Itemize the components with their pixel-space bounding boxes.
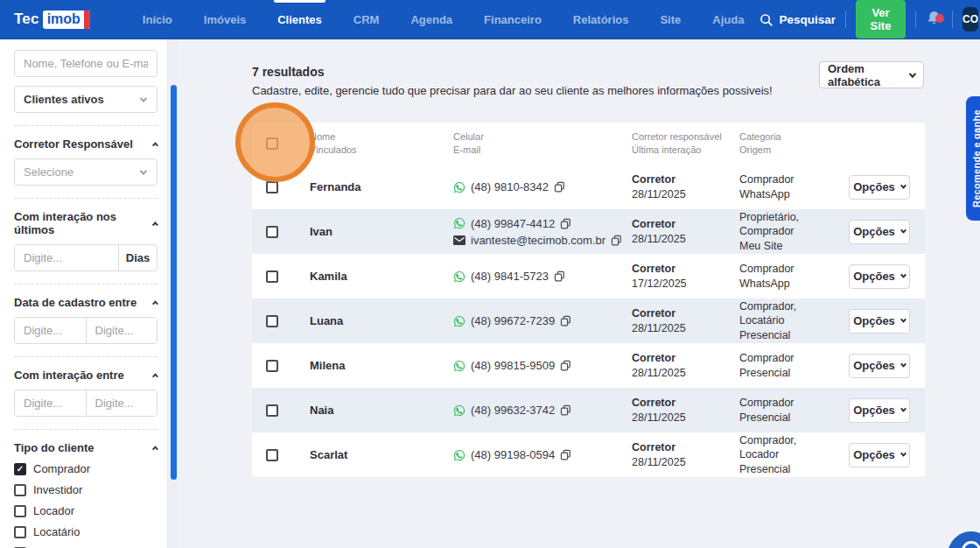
client-name[interactable]: Scarlat xyxy=(310,448,453,461)
dias-suffix-label: Dias xyxy=(118,245,157,270)
broker-name: Corretor xyxy=(632,352,676,364)
client-name[interactable]: Luana xyxy=(310,314,453,327)
row-checkbox[interactable] xyxy=(266,315,278,327)
whatsapp-icon[interactable] xyxy=(453,449,466,461)
logo-text-prefix: Tec xyxy=(14,11,39,28)
copy-phone-icon[interactable] xyxy=(554,181,565,193)
section-interacao-ultimos[interactable]: Com interação nos últimos xyxy=(14,210,158,236)
chat-fab-button[interactable] xyxy=(948,531,980,548)
row-checkbox[interactable] xyxy=(266,449,278,461)
whatsapp-icon[interactable] xyxy=(453,360,466,372)
whatsapp-icon[interactable] xyxy=(453,217,466,229)
row-checkbox[interactable] xyxy=(266,181,278,193)
interacao-ultimos-input[interactable] xyxy=(15,245,118,270)
copy-phone-icon[interactable] xyxy=(560,360,571,371)
options-button[interactable]: Opções xyxy=(849,264,910,289)
copy-phone-icon[interactable] xyxy=(560,315,571,327)
nav-financeiro[interactable]: Financeiro xyxy=(468,0,557,39)
client-category: Comprador xyxy=(739,173,794,186)
ver-site-button[interactable]: Ver Site xyxy=(856,0,906,39)
options-button[interactable]: Opções xyxy=(849,175,910,200)
notifications-button[interactable] xyxy=(926,10,942,29)
section-title: Corretor Responsável xyxy=(14,137,133,151)
copy-phone-icon[interactable] xyxy=(560,449,571,460)
chevron-down-icon xyxy=(909,70,916,77)
last-interaction-date: 28/11/2025 xyxy=(632,367,686,379)
client-name[interactable]: Kamila xyxy=(310,270,453,283)
checkbox-label: Comprador xyxy=(33,462,90,475)
client-origin: Presencial xyxy=(739,367,790,379)
client-phone: (48) 99632-3742 xyxy=(471,404,555,417)
nav-relatorios[interactable]: Relatórios xyxy=(557,0,645,39)
broker-name: Corretor xyxy=(632,441,676,453)
row-checkbox[interactable] xyxy=(266,360,278,372)
nav-imoveis[interactable]: Imóveis xyxy=(188,0,262,39)
search-button[interactable]: Pesquisar xyxy=(760,13,836,26)
client-status-select[interactable]: Clientes ativos xyxy=(14,86,158,113)
checkbox-locatario[interactable]: Locatário xyxy=(14,525,157,538)
section-interacao-entre[interactable]: Com interação entre xyxy=(14,369,158,382)
header-corretor: Corretor responsávelÚltima interação xyxy=(632,130,739,158)
checkbox-comprador[interactable]: Comprador xyxy=(14,462,157,475)
whatsapp-icon[interactable] xyxy=(453,315,466,327)
results-subtitle: Cadastre, edite, gerencie tudo que preci… xyxy=(252,84,773,97)
chevron-down-icon xyxy=(900,183,906,189)
nav-ajuda[interactable]: Ajuda xyxy=(696,0,760,39)
client-search-input[interactable] xyxy=(14,50,158,77)
client-name[interactable]: Milena xyxy=(310,359,453,372)
whatsapp-icon[interactable] xyxy=(453,270,466,283)
checkbox-locador[interactable]: Locador xyxy=(14,504,157,517)
checkbox-investidor[interactable]: Investidor xyxy=(14,483,157,496)
options-button[interactable]: Opções xyxy=(849,443,910,467)
tecimob-logo[interactable]: Tec imob xyxy=(14,11,90,29)
options-button[interactable]: Opções xyxy=(849,309,910,334)
logo-text-word: imob xyxy=(43,11,84,29)
client-category: Comprador xyxy=(739,263,794,275)
nav-agenda[interactable]: Agenda xyxy=(395,0,468,39)
section-tipo-cliente[interactable]: Tipo do cliente xyxy=(14,441,158,454)
checkbox-box xyxy=(14,463,26,475)
chevron-up-icon xyxy=(152,446,158,452)
interacao-date-from-input[interactable] xyxy=(15,390,86,416)
main-nav: Início Imóveis Clientes CRM Agenda Finan… xyxy=(127,0,760,39)
referral-ribbon[interactable]: Recomende e ganhe xyxy=(966,96,980,221)
options-button[interactable]: Opções xyxy=(849,398,910,423)
row-checkbox[interactable] xyxy=(266,404,278,417)
whatsapp-icon[interactable] xyxy=(453,181,466,193)
sidebar-scrollbar-track[interactable] xyxy=(169,39,178,548)
section-title: Tipo do cliente xyxy=(14,441,94,454)
select-all-checkbox[interactable] xyxy=(266,137,278,150)
cadastro-date-to-input[interactable] xyxy=(86,318,158,343)
copy-email-icon[interactable] xyxy=(611,235,622,246)
section-corretor-responsavel[interactable]: Corretor Responsável xyxy=(14,137,158,151)
client-phone: (48) 99672-7239 xyxy=(471,314,555,327)
whatsapp-icon[interactable] xyxy=(453,404,466,417)
checkbox-label: Locatário xyxy=(33,525,80,538)
divider xyxy=(952,11,953,28)
client-email: ivanteste@tecimob.com.br xyxy=(471,234,606,247)
user-avatar[interactable]: CO xyxy=(962,7,979,32)
sort-order-select[interactable]: Ordem alfabética xyxy=(819,61,924,88)
nav-clientes[interactable]: Clientes xyxy=(262,0,338,39)
client-name[interactable]: Ivan xyxy=(310,225,453,238)
cadastro-date-from-input[interactable] xyxy=(15,318,86,343)
copy-phone-icon[interactable] xyxy=(554,270,565,282)
nav-site[interactable]: Site xyxy=(644,0,696,39)
row-checkbox[interactable] xyxy=(266,270,278,283)
copy-phone-icon[interactable] xyxy=(560,218,571,229)
section-data-cadastro[interactable]: Data de cadastro entre xyxy=(14,296,158,309)
copy-phone-icon[interactable] xyxy=(560,404,571,416)
interacao-date-to-input[interactable] xyxy=(86,390,158,416)
client-name[interactable]: Naia xyxy=(310,404,453,417)
filters-sidebar: Clientes ativos Corretor Responsável Sel… xyxy=(0,39,168,548)
client-phone: (48) 99847-4412 xyxy=(471,217,555,230)
nav-inicio[interactable]: Início xyxy=(127,0,188,39)
options-button[interactable]: Opções xyxy=(849,354,910,378)
options-button[interactable]: Opções xyxy=(849,220,910,244)
corretor-select[interactable]: Selecione xyxy=(14,158,158,186)
interacao-ultimos-group: Dias xyxy=(14,244,158,271)
row-checkbox[interactable] xyxy=(266,226,278,238)
sidebar-scrollbar-thumb[interactable] xyxy=(171,85,177,480)
nav-crm[interactable]: CRM xyxy=(338,0,396,39)
client-name[interactable]: Fernanda xyxy=(310,180,453,193)
